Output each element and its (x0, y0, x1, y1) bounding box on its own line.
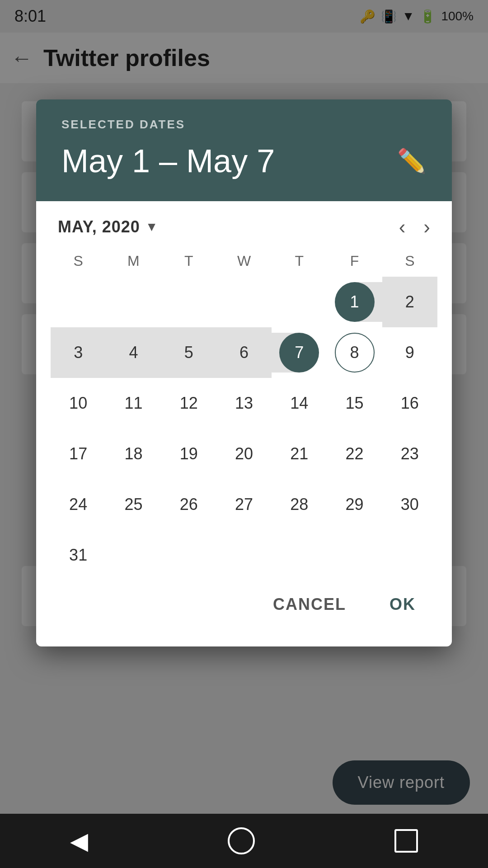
cal-day-22[interactable]: 22 (335, 434, 375, 474)
cal-cell-3[interactable]: 3 (51, 327, 106, 378)
cal-cell-27[interactable]: 27 (216, 479, 272, 530)
cal-cell-12[interactable]: 12 (161, 378, 216, 429)
cal-cell-6[interactable]: 6 (216, 327, 272, 378)
cal-day-17[interactable]: 17 (58, 434, 98, 474)
edit-icon[interactable]: ✏️ (397, 147, 427, 175)
dialog-actions: CANCEL OK (51, 580, 437, 632)
day-header-sun: S (51, 249, 106, 273)
month-nav: MAY, 2020 ▼ ‹ › (51, 201, 437, 249)
cal-day-19[interactable]: 19 (169, 434, 209, 474)
cal-day-10[interactable]: 10 (58, 383, 98, 423)
month-nav-arrows: ‹ › (399, 216, 430, 238)
cal-day-16[interactable]: 16 (390, 383, 430, 423)
cal-day-13[interactable]: 13 (224, 383, 264, 423)
cal-day-8[interactable]: 8 (335, 333, 375, 373)
cal-day-2[interactable]: 2 (390, 282, 430, 322)
cal-cell-19[interactable]: 19 (161, 429, 216, 479)
cal-day-11[interactable]: 11 (113, 383, 153, 423)
cal-cell-empty (106, 530, 161, 580)
recent-nav-icon[interactable] (394, 829, 418, 853)
cal-cell-21[interactable]: 21 (272, 429, 327, 479)
day-header-tue: T (161, 249, 216, 273)
cal-cell-empty (106, 277, 161, 327)
cal-day-12[interactable]: 12 (169, 383, 209, 423)
dialog-body: MAY, 2020 ▼ ‹ › S M T W T F S (36, 201, 452, 646)
cal-cell-8[interactable]: 8 (327, 327, 382, 378)
cal-cell-14[interactable]: 14 (272, 378, 327, 429)
cal-day-24[interactable]: 24 (58, 485, 98, 524)
cal-day-27[interactable]: 27 (224, 485, 264, 524)
day-header-wed: W (216, 249, 272, 273)
date-picker-dialog: SELECTED DATES May 1 – May 7 ✏️ MAY, 202… (36, 99, 452, 646)
cal-cell-7[interactable]: 7 (272, 327, 327, 378)
cal-cell-23[interactable]: 23 (382, 429, 437, 479)
cal-day-4[interactable]: 4 (113, 333, 153, 373)
cal-cell-16[interactable]: 16 (382, 378, 437, 429)
cal-day-29[interactable]: 29 (335, 485, 375, 524)
cancel-button[interactable]: CANCEL (262, 588, 357, 621)
cal-cell-13[interactable]: 13 (216, 378, 272, 429)
cal-cell-5[interactable]: 5 (161, 327, 216, 378)
cal-cell-15[interactable]: 15 (327, 378, 382, 429)
day-header-sat: S (382, 249, 437, 273)
next-month-button[interactable]: › (423, 216, 430, 238)
calendar-grid: 1 2 3 4 5 6 7 (51, 277, 437, 580)
cal-cell-11[interactable]: 11 (106, 378, 161, 429)
cal-cell-29[interactable]: 29 (327, 479, 382, 530)
cal-day-5[interactable]: 5 (169, 333, 209, 373)
cal-cell-24[interactable]: 24 (51, 479, 106, 530)
month-dropdown-icon: ▼ (145, 220, 158, 234)
cal-cell-2[interactable]: 2 (382, 277, 437, 327)
cal-day-6[interactable]: 6 (224, 333, 264, 373)
cal-cell-empty (327, 530, 382, 580)
home-nav-icon[interactable] (228, 827, 255, 854)
cal-cell-empty (272, 277, 327, 327)
cal-cell-4[interactable]: 4 (106, 327, 161, 378)
cal-cell-22[interactable]: 22 (327, 429, 382, 479)
dialog-header: SELECTED DATES May 1 – May 7 ✏️ (36, 99, 452, 201)
cal-day-23[interactable]: 23 (390, 434, 430, 474)
cal-cell-17[interactable]: 17 (51, 429, 106, 479)
cal-cell-28[interactable]: 28 (272, 479, 327, 530)
cal-day-1[interactable]: 1 (335, 282, 375, 322)
day-headers: S M T W T F S (51, 249, 437, 273)
cal-day-30[interactable]: 30 (390, 485, 430, 524)
nav-bar: ◀ (0, 814, 488, 868)
cal-day-3[interactable]: 3 (58, 333, 98, 373)
cal-cell-30[interactable]: 30 (382, 479, 437, 530)
month-selector[interactable]: MAY, 2020 ▼ (58, 217, 158, 236)
date-range-text: May 1 – May 7 (61, 142, 275, 179)
selected-dates-label: SELECTED DATES (61, 118, 427, 132)
cal-day-26[interactable]: 26 (169, 485, 209, 524)
month-label: MAY, 2020 (58, 217, 140, 236)
cal-day-28[interactable]: 28 (279, 485, 319, 524)
cal-cell-31[interactable]: 31 (51, 530, 106, 580)
cal-cell-empty (161, 277, 216, 327)
cal-day-15[interactable]: 15 (335, 383, 375, 423)
cal-cell-empty (161, 530, 216, 580)
cal-cell-empty (272, 530, 327, 580)
day-header-mon: M (106, 249, 161, 273)
cal-day-14[interactable]: 14 (279, 383, 319, 423)
ok-button[interactable]: OK (379, 588, 427, 621)
cal-day-31[interactable]: 31 (58, 535, 98, 575)
cal-cell-9[interactable]: 9 (382, 327, 437, 378)
date-range-row: May 1 – May 7 ✏️ (61, 142, 427, 179)
cal-cell-18[interactable]: 18 (106, 429, 161, 479)
prev-month-button[interactable]: ‹ (399, 216, 406, 238)
cal-day-20[interactable]: 20 (224, 434, 264, 474)
cal-day-25[interactable]: 25 (113, 485, 153, 524)
cal-cell-10[interactable]: 10 (51, 378, 106, 429)
cal-day-7[interactable]: 7 (279, 333, 319, 373)
cal-cell-26[interactable]: 26 (161, 479, 216, 530)
cal-cell-empty (382, 530, 437, 580)
cal-day-21[interactable]: 21 (279, 434, 319, 474)
cal-cell-1[interactable]: 1 (327, 277, 382, 327)
cal-cell-empty (51, 277, 106, 327)
cal-day-9[interactable]: 9 (390, 333, 430, 373)
cal-cell-20[interactable]: 20 (216, 429, 272, 479)
day-header-thu: T (272, 249, 327, 273)
back-nav-icon[interactable]: ◀ (70, 827, 88, 854)
cal-day-18[interactable]: 18 (113, 434, 153, 474)
cal-cell-25[interactable]: 25 (106, 479, 161, 530)
